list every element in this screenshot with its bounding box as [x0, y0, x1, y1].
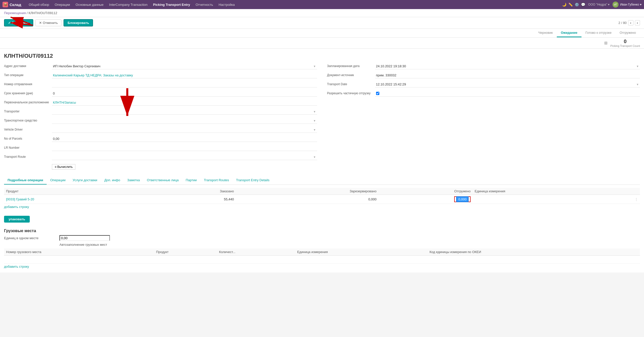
table-row	[4, 256, 640, 264]
ordered-cell: 55,440	[152, 195, 236, 204]
form-label: Тип операции	[4, 72, 52, 77]
cargo-col-продукт: Продукт	[154, 249, 217, 256]
status-tabs: ЧерновикОжиданиеГотово к отгрузкеОтгруже…	[0, 29, 644, 38]
grid-icon[interactable]: ⊞	[604, 41, 607, 45]
form-label: Транспортное средство	[4, 118, 52, 122]
form-label: No of Parcels	[4, 136, 52, 140]
form-value[interactable]: ▼	[52, 154, 317, 160]
select-value: 24.10.2022 19:18:30	[376, 64, 406, 68]
settings-icon[interactable]: ⚙️	[575, 3, 579, 7]
tab-услуги-доставки[interactable]: Услуги доставки	[69, 176, 101, 185]
chevron-down-icon: ▼	[313, 119, 316, 122]
form-value[interactable]: ▼	[52, 127, 317, 133]
form-value[interactable]: 24.10.2022 19:18:30▼	[375, 63, 640, 69]
nav-position: 2 / 80	[619, 21, 627, 25]
tab-подробные-операции[interactable]: Подробные операции	[4, 176, 47, 185]
tab-доп.-инфо[interactable]: Доп. инфо	[101, 176, 124, 185]
edit-icon[interactable]: ✏️	[568, 3, 573, 7]
moon-icon[interactable]: 🌙	[562, 3, 566, 7]
form-value[interactable]: Калининский Карьер ТД НЕДРА: Заказы на д…	[52, 72, 317, 78]
form-value[interactable]: КЛНТН/Запасы	[52, 100, 317, 106]
form-value	[52, 145, 317, 151]
nav-item-настройка[interactable]: Настройка	[216, 2, 237, 8]
table-row: [0033] Гравий 5-2055,4400,0000,000⋮	[4, 195, 640, 204]
compute-button[interactable]: ≡ Вычислить	[52, 164, 75, 170]
main-content: КЛНТН/OUT/09112 Адрес доставкиИП Нелобин…	[0, 49, 644, 272]
col-product: Продукт	[4, 188, 152, 195]
cancel-button[interactable]: ✕ Отменить	[35, 19, 62, 26]
nav-item-общий-обзор[interactable]: Общий обзор	[26, 2, 52, 8]
form-left: Адрес доставкиИП Нелобин Виктор Сергееви…	[4, 63, 317, 172]
form-row-адрес-доставки: Адрес доставкиИП Нелобин Виктор Сергееви…	[4, 63, 317, 70]
operations-table-container: Продукт Заказано Зарезервировано Отгруже…	[4, 188, 640, 209]
select-value: 12.10.2022 15:42:29	[376, 82, 406, 86]
status-tab-отгружено[interactable]: Отгружено	[616, 29, 640, 37]
form-value: 0	[52, 90, 317, 97]
status-tab-ожидание[interactable]: Ожидание	[557, 29, 581, 37]
cargo-table-head: Номер грузового местаПродуктКоличест...Е…	[4, 249, 640, 256]
add-row-link[interactable]: добавить строку	[4, 205, 29, 209]
product-cell[interactable]: [0033] Гравий 5-20	[4, 195, 152, 204]
form-label: Transport Route	[4, 154, 52, 159]
nav-item-операции[interactable]: Операции	[52, 2, 73, 8]
breadcrumb-parent[interactable]: Перемещения	[4, 11, 26, 15]
topnav-icons: 🌙 ✏️ ⚙️ 💬	[562, 3, 585, 7]
form-row-первоначальное-расположение: Первоначальное расположениеКЛНТН/Запасы	[4, 100, 317, 107]
form-row-right-запланированная-дата: Запланированная дата24.10.2022 19:18:30▼	[327, 63, 640, 70]
units-per-place-label: Единиц в одном месте	[4, 236, 59, 240]
main-menu: Общий обзорОперацииОсновные данныеInterC…	[26, 2, 562, 8]
form-row-right-transport-date: Transport Date12.10.2022 15:42:29▼	[327, 81, 640, 88]
table-header-row: Продукт Заказано Зарезервировано Отгруже…	[4, 188, 640, 195]
operations-table-body: [0033] Гравий 5-2055,4400,0000,000⋮	[4, 195, 640, 204]
form-label: Transport Date	[327, 81, 375, 86]
picking-count-area: ⊞ 0 Picking Transport Count	[0, 38, 644, 49]
form-value[interactable]: ▼	[52, 118, 317, 124]
nav-item-отчетность[interactable]: Отчетность	[193, 2, 216, 8]
save-button[interactable]: ✓ Сохранить	[4, 19, 33, 26]
tab-операции[interactable]: Операции	[47, 176, 69, 185]
shipped-input-highlighted[interactable]: 0,000	[456, 196, 469, 202]
picking-count-number: 0	[610, 39, 640, 44]
form-value[interactable]: 12.10.2022 15:42:29▼	[375, 81, 640, 87]
company-name[interactable]: ООО "Недра" ▾	[588, 3, 610, 6]
unit-cell	[473, 195, 633, 204]
status-tab-черновик[interactable]: Черновик	[534, 29, 557, 37]
form-row-transporter: Transporter▼	[4, 109, 317, 116]
next-button[interactable]: ›	[635, 20, 640, 25]
tab-ответственные-лица[interactable]: Ответственные лица	[143, 176, 182, 185]
pack-button[interactable]: упаковать	[4, 216, 30, 223]
cargo-col-номер-грузового-места: Номер грузового места	[4, 249, 154, 256]
units-per-place-input[interactable]	[59, 235, 110, 241]
nav-item-intercompany-transaction[interactable]: InterCompany Transaction	[107, 2, 150, 8]
nav-item-основные-данные[interactable]: Основные данные	[73, 2, 106, 8]
form-value[interactable]: ИП Нелобин Виктор Сергеевич▼	[52, 63, 317, 69]
form-value	[52, 81, 317, 87]
shipped-value[interactable]: 0,000	[454, 196, 471, 202]
form-row-right-документ-источник: Документ-источникприм. 330032	[327, 72, 640, 79]
col-unit: Единица измерения	[473, 188, 633, 195]
user-menu[interactable]: ИГ Иван Губенко ▾	[612, 2, 641, 8]
nav-item-picking-transport-entry[interactable]: Picking Transport Entry	[150, 2, 193, 8]
form-value[interactable]	[375, 90, 640, 97]
col-ordered: Заказано	[152, 188, 236, 195]
form-row-lr-number: LR Number	[4, 145, 317, 152]
status-tab-готово-к-отгрузке[interactable]: Готово к отгрузке	[581, 29, 616, 37]
block-button[interactable]: Блокировать	[64, 19, 93, 26]
auto-fill-label: Автозаполнение грузовых мест	[59, 243, 107, 247]
add-cargo-row-link[interactable]: добавить строку	[4, 265, 29, 268]
form-row-vehicle-driver: Vehicle Driver▼	[4, 127, 317, 134]
form-label: Адрес доставки	[4, 63, 52, 68]
partial-shipment-checkbox[interactable]	[376, 92, 379, 95]
prev-button[interactable]: ‹	[628, 20, 633, 25]
tab-transport-entry-details[interactable]: Transport Entry Details	[233, 176, 273, 185]
toolbar: ✓ Сохранить ✕ Отменить Блокировать 2 / 8…	[0, 17, 644, 29]
tab-transport-routes[interactable]: Transport Routes	[200, 176, 233, 185]
form-label: Срок хранения (дни)	[4, 90, 52, 95]
avatar: ИГ	[612, 2, 619, 8]
row-action-icon[interactable]: ⋮	[635, 197, 638, 201]
chat-icon[interactable]: 💬	[581, 3, 585, 7]
shipped-cell[interactable]: 0,000	[379, 195, 473, 204]
tab-партии[interactable]: Партии	[182, 176, 200, 185]
tab-заметка[interactable]: Заметка	[124, 176, 143, 185]
form-value[interactable]: ▼	[52, 109, 317, 115]
